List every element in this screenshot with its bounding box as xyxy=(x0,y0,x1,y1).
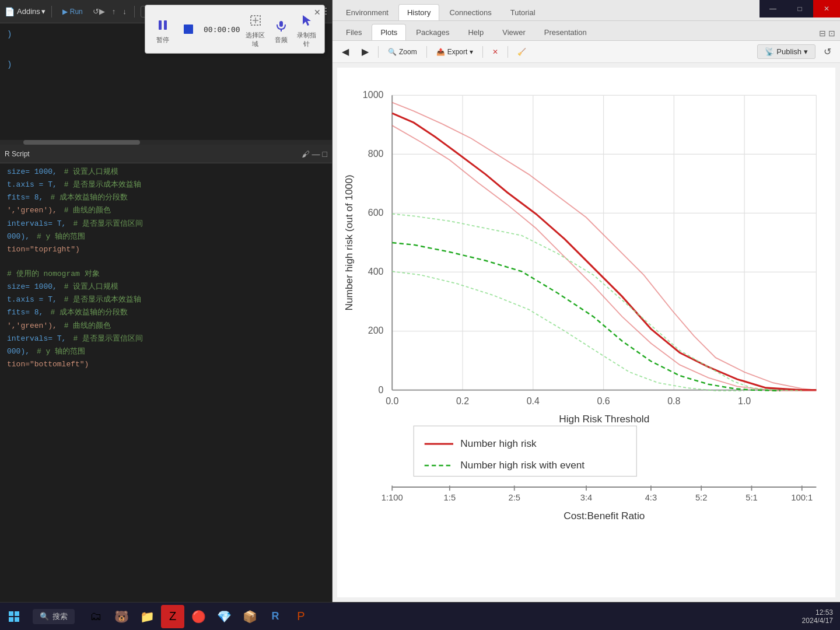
svg-rect-1 xyxy=(164,20,167,30)
pause-label: 暂停 xyxy=(156,36,169,44)
code-text: fits= 8, xyxy=(0,307,43,318)
svg-text:800: 800 xyxy=(368,148,384,159)
zoom-button[interactable]: 🔍 Zoom xyxy=(383,46,422,58)
go-up-button[interactable]: ↑ xyxy=(110,5,118,18)
svg-text:0: 0 xyxy=(379,384,384,395)
code-line-row: intervals= T, # 是否显示置信区间 xyxy=(0,332,332,345)
stop-button-item[interactable] xyxy=(178,19,199,40)
plots-minimize-icon[interactable]: ⊟ xyxy=(819,29,826,38)
maximize-button[interactable]: □ xyxy=(786,0,813,18)
addins-button[interactable]: Addins ▾ xyxy=(17,7,46,16)
svg-rect-62 xyxy=(15,611,19,616)
close-button[interactable]: ✕ xyxy=(813,0,840,18)
taskbar-icons: 🗂 🐻 📁 Z 🔴 💎 📦 R P xyxy=(84,605,313,628)
code-text: # 曲线的颜色 xyxy=(57,205,111,216)
run-button[interactable]: ▶ Run xyxy=(58,6,88,18)
svg-text:600: 600 xyxy=(368,207,384,218)
code-text: 000), xyxy=(0,346,30,358)
floating-close-icon[interactable]: ✕ xyxy=(314,8,321,17)
tab-environment[interactable]: Environment xyxy=(337,4,397,20)
tab-tutorial[interactable]: Tutorial xyxy=(502,4,544,20)
pause-button-item[interactable]: 暂停 xyxy=(152,15,173,44)
code-line-row: tion="topright") xyxy=(0,243,332,256)
forward-button[interactable]: ▶ xyxy=(357,44,373,59)
tab-history[interactable]: History xyxy=(398,4,439,20)
script-icons: 🖌 — □ xyxy=(302,149,327,159)
toolbar-sep-4 xyxy=(508,46,508,58)
rerun-button[interactable]: ↺▶ xyxy=(91,5,107,18)
file-manager-icon[interactable]: 🗂 xyxy=(84,605,107,628)
svg-text:1000: 1000 xyxy=(363,89,384,100)
tab-packages[interactable]: Packages xyxy=(407,24,458,40)
select-area-button-item[interactable]: 选择区域 xyxy=(245,10,266,48)
app-icon-4[interactable]: 🔴 xyxy=(187,605,210,628)
code-text: # 是否显示置信区间 xyxy=(66,218,143,230)
maximize-panel-icon[interactable]: □ xyxy=(323,149,327,159)
svg-text:3:4: 3:4 xyxy=(580,493,593,502)
tab-presentation[interactable]: Presentation xyxy=(536,24,596,40)
tab-connections[interactable]: Connections xyxy=(440,4,500,20)
app-icon-3[interactable]: Z xyxy=(161,605,184,628)
svg-text:0.2: 0.2 xyxy=(456,396,469,406)
code-line-row: fits= 8, # 成本效益轴的分段数 xyxy=(0,191,332,204)
stop-button[interactable] xyxy=(178,19,199,40)
svg-text:0.0: 0.0 xyxy=(386,396,398,406)
tab-help[interactable]: Help xyxy=(459,24,492,40)
pause-button[interactable] xyxy=(152,15,173,36)
code-line-row: t.axis = T, # 是否显示成本效益轴 xyxy=(0,178,332,191)
toolbar-sep-3 xyxy=(482,46,483,58)
left-panel: 📄 Addins ▾ ▶ Run ↺▶ ↑ ↓ ◀ Source ▾ ☰ ) ) xyxy=(0,0,332,602)
run-icon: ▶ xyxy=(62,8,68,16)
code-area-bottom[interactable]: size= 1000, # 设置人口规模t.axis = T, # 是否显示成本… xyxy=(0,163,332,602)
horizontal-scrollbar[interactable] xyxy=(0,140,332,145)
app-icon-1[interactable]: 🐻 xyxy=(110,605,133,628)
delete-plot-button[interactable]: ✕ xyxy=(488,46,503,58)
minimize-panel-icon[interactable]: — xyxy=(312,149,320,159)
powerpoint-icon[interactable]: P xyxy=(289,605,313,628)
refresh-button[interactable]: ↺ xyxy=(819,44,835,60)
svg-text:1.0: 1.0 xyxy=(738,396,751,406)
code-line-row: 000), # y 轴的范围 xyxy=(0,345,332,358)
svg-text:2:5: 2:5 xyxy=(508,493,520,502)
plots-maximize-icon[interactable]: ⊡ xyxy=(828,29,835,38)
code-text: size= 1000, xyxy=(0,166,57,178)
select-area-button[interactable] xyxy=(245,10,266,31)
tab-files[interactable]: Files xyxy=(337,24,370,40)
code-text: # 设置人口规模 xyxy=(57,281,119,293)
back-button[interactable]: ◀ xyxy=(337,44,354,59)
forward-icon: ▶ xyxy=(362,46,369,57)
code-text: # 是否显示置信区间 xyxy=(66,333,143,345)
audio-button-item[interactable]: 音频 xyxy=(271,15,292,44)
svg-text:100:1: 100:1 xyxy=(791,493,813,502)
export-button[interactable]: 📤 Export ▾ xyxy=(432,46,478,58)
minimize-button[interactable]: — xyxy=(760,0,786,18)
app-icon-5[interactable]: 💎 xyxy=(212,605,236,628)
tab-viewer[interactable]: Viewer xyxy=(494,24,534,40)
broom-button[interactable]: 🧹 xyxy=(513,46,531,58)
svg-rect-63 xyxy=(9,617,13,622)
publish-icon: 📡 xyxy=(765,47,774,56)
svg-text:5:1: 5:1 xyxy=(746,493,758,502)
windows-start-button[interactable] xyxy=(0,603,28,631)
app-icon-6[interactable]: 📦 xyxy=(238,605,261,628)
svg-rect-2 xyxy=(184,24,193,34)
taskbar-search[interactable]: 🔍 搜索 xyxy=(33,609,75,624)
go-down-button[interactable]: ↓ xyxy=(121,5,128,18)
audio-label: 音频 xyxy=(275,36,288,44)
audio-button[interactable] xyxy=(271,15,292,36)
tab-plots[interactable]: Plots xyxy=(372,24,406,40)
broom-icon: 🧹 xyxy=(517,48,526,56)
main-container: 📄 Addins ▾ ▶ Run ↺▶ ↑ ↓ ◀ Source ▾ ☰ ) ) xyxy=(0,0,840,602)
svg-rect-61 xyxy=(9,611,13,616)
code-line-row: ','green'), # 曲线的颜色 xyxy=(0,320,332,332)
svg-rect-6 xyxy=(279,21,283,27)
toolbar-sep-2 xyxy=(426,46,427,58)
svg-text:Number high risk with event: Number high risk with event xyxy=(460,459,584,471)
r-icon[interactable]: R xyxy=(264,605,287,628)
toolbar-divider-2 xyxy=(134,6,135,18)
code-text: tion="bottomleft") xyxy=(0,359,89,370)
app-icon-2[interactable]: 📁 xyxy=(135,605,159,628)
scrollbar-thumb[interactable] xyxy=(23,140,140,145)
paint-brush-icon[interactable]: 🖌 xyxy=(302,149,310,159)
publish-button[interactable]: 📡 Publish ▾ xyxy=(757,44,816,59)
